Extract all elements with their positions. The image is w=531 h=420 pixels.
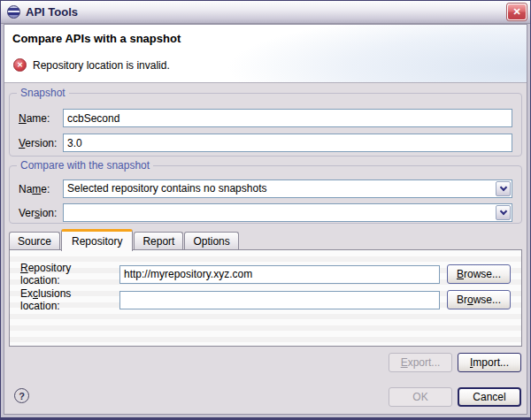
compare-version-dropdown-button[interactable]	[496, 205, 511, 220]
error-message-row: ✕ Repository location is invalid.	[13, 58, 170, 72]
header-banner: Compare APIs with a snapshot ✕ Repositor…	[4, 25, 527, 83]
exclusions-location-row: Exclusions location: Browse...	[20, 287, 511, 312]
ok-button: OK	[389, 387, 452, 407]
compare-name-dropdown-button[interactable]	[496, 181, 511, 196]
error-message: Repository location is invalid.	[33, 59, 170, 72]
compare-version-label: Version:	[19, 207, 63, 219]
chevron-down-icon	[499, 184, 506, 191]
compare-name-value: Selected repository contains no snapshot…	[64, 180, 495, 197]
tab-repository[interactable]: Repository	[61, 229, 133, 251]
titlebar: API Tools ✕	[1, 1, 530, 24]
compare-version-row: Version:	[19, 203, 512, 222]
eclipse-app-icon	[7, 5, 20, 19]
compare-version-combobox[interactable]	[63, 203, 512, 222]
tab-bar: Source Repository Report Options	[9, 228, 239, 250]
compare-group-title: Compare with the snapshot	[17, 159, 153, 172]
dialog-body: Compare APIs with a snapshot ✕ Repositor…	[4, 24, 527, 415]
exclusions-location-input[interactable]	[119, 291, 440, 309]
close-icon[interactable]: ✕	[507, 4, 527, 20]
repository-tab-panel: Repository location: Browse... Exclusion…	[9, 249, 522, 347]
window-title: API Tools	[26, 5, 78, 19]
ok-cancel-row: OK Cancel	[389, 387, 521, 407]
exclusions-location-label: Exclusions location:	[20, 287, 112, 312]
snapshot-name-label: Name:	[19, 112, 63, 125]
cancel-button[interactable]: Cancel	[458, 387, 521, 407]
compare-group: Compare with the snapshot Name: Selected…	[9, 165, 522, 224]
chevron-down-icon	[499, 208, 506, 215]
help-icon[interactable]: ?	[14, 388, 29, 403]
import-button[interactable]: Import...	[458, 353, 521, 372]
compare-name-combobox[interactable]: Selected repository contains no snapshot…	[63, 179, 512, 198]
page-title: Compare APIs with a snapshot	[12, 32, 181, 45]
browse-repository-button[interactable]: Browse...	[447, 264, 511, 284]
snapshot-name-row: Name:	[19, 109, 512, 127]
error-icon: ✕	[13, 58, 27, 72]
tab-report[interactable]: Report	[134, 232, 183, 250]
api-tools-dialog: API Tools ✕ Compare APIs with a snapshot…	[0, 0, 531, 420]
export-import-row: Export... Import...	[389, 353, 521, 372]
compare-version-value	[64, 204, 495, 221]
compare-name-label: Name:	[19, 183, 63, 195]
snapshot-version-input[interactable]	[63, 134, 512, 152]
snapshot-group: Snapshot Name: Version:	[9, 93, 522, 157]
browse-exclusions-button[interactable]: Browse...	[447, 290, 511, 309]
repository-location-input[interactable]	[119, 265, 440, 284]
export-button: Export...	[389, 353, 452, 372]
repository-location-row: Repository location: Browse...	[20, 262, 511, 286]
tab-source[interactable]: Source	[9, 232, 60, 250]
compare-name-row: Name: Selected repository contains no sn…	[19, 179, 512, 198]
snapshot-version-label: Version:	[19, 137, 63, 149]
snapshot-name-input[interactable]	[63, 109, 512, 127]
tab-options[interactable]: Options	[184, 232, 238, 250]
repository-location-label: Repository location:	[20, 262, 112, 286]
snapshot-group-title: Snapshot	[17, 87, 69, 99]
snapshot-version-row: Version:	[19, 134, 512, 152]
